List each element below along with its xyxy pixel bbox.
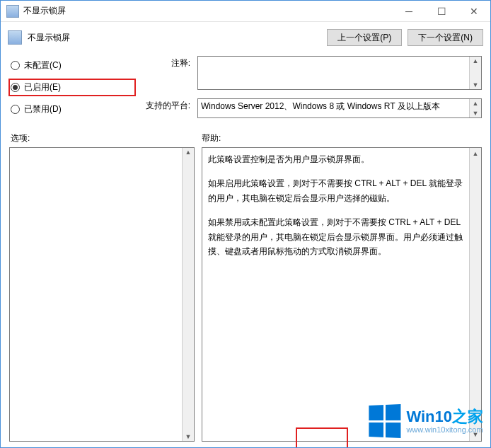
scroll-down-icon: ▼ xyxy=(473,81,479,89)
gpo-editor-window: 不显示锁屏 ─ ☐ ✕ 不显示锁屏 上一个设置(P) 下一个设置(N) 未配置(… xyxy=(0,0,491,448)
panels: ▲▼ 此策略设置控制是否为用户显示锁屏界面。 如果启用此策略设置，则对于不需要按… xyxy=(1,147,490,447)
maximize-button[interactable]: ☐ xyxy=(425,1,458,22)
close-button[interactable]: ✕ xyxy=(458,1,490,22)
next-setting-button[interactable]: 下一个设置(N) xyxy=(408,29,483,46)
policy-name: 不显示锁屏 xyxy=(28,32,321,44)
policy-icon xyxy=(8,30,22,45)
radio-icon xyxy=(11,83,20,92)
window-icon xyxy=(6,5,19,18)
scroll-down-icon: ▼ xyxy=(473,109,479,117)
radio-label: 未配置(C) xyxy=(24,59,62,71)
radio-icon xyxy=(11,61,20,70)
scrollbar[interactable]: ▲▼ xyxy=(469,57,481,89)
toolbar: 不显示锁屏 上一个设置(P) 下一个设置(N) xyxy=(1,22,490,53)
platform-label: 支持的平台: xyxy=(142,98,190,112)
window-title: 不显示锁屏 xyxy=(23,5,66,17)
config-area: 未配置(C) 已启用(E) 已禁用(D) 注释: ▲▼ 支持的平台: xyxy=(1,53,490,127)
comment-row: 注释: ▲▼ xyxy=(142,56,482,90)
radio-enabled[interactable]: 已启用(E) xyxy=(9,79,135,96)
scroll-up-icon: ▲ xyxy=(473,148,479,160)
scroll-up-icon: ▲ xyxy=(473,99,479,108)
scrollbar[interactable]: ▲▼ xyxy=(469,148,481,441)
help-paragraph: 如果启用此策略设置，则对于不需要按 CTRL + ALT + DEL 就能登录的… xyxy=(208,176,467,205)
section-labels: 选项: 帮助: xyxy=(1,127,490,147)
help-paragraph: 如果禁用或未配置此策略设置，则对于不需要按 CTRL + ALT + DEL 就… xyxy=(208,215,467,258)
radio-label: 已禁用(D) xyxy=(24,103,62,115)
scrollbar[interactable]: ▲▼ xyxy=(182,148,194,441)
radio-disabled[interactable]: 已禁用(D) xyxy=(9,101,135,117)
scroll-up-icon: ▲ xyxy=(185,148,192,156)
help-panel: 此策略设置控制是否为用户显示锁屏界面。 如果启用此策略设置，则对于不需要按 CT… xyxy=(202,147,482,442)
comment-textarea[interactable]: ▲▼ xyxy=(197,56,482,90)
platform-value: Windows Server 2012、Windows 8 或 Windows … xyxy=(201,101,440,111)
options-label: 选项: xyxy=(11,132,202,144)
previous-setting-button[interactable]: 上一个设置(P) xyxy=(327,29,402,46)
scrollbar[interactable]: ▲▼ xyxy=(469,99,481,117)
radio-icon xyxy=(11,105,20,114)
platform-textarea: Windows Server 2012、Windows 8 或 Windows … xyxy=(197,98,482,118)
help-label: 帮助: xyxy=(202,132,480,144)
platform-row: 支持的平台: Windows Server 2012、Windows 8 或 W… xyxy=(142,98,482,118)
scroll-down-icon: ▼ xyxy=(473,429,479,441)
help-paragraph: 此策略设置控制是否为用户显示锁屏界面。 xyxy=(208,152,467,166)
scroll-down-icon: ▼ xyxy=(185,432,192,441)
options-panel: ▲▼ xyxy=(9,147,195,442)
radio-not-configured[interactable]: 未配置(C) xyxy=(9,57,135,74)
state-radio-group: 未配置(C) 已启用(E) 已禁用(D) xyxy=(9,53,135,117)
scroll-up-icon: ▲ xyxy=(473,57,479,65)
titlebar: 不显示锁屏 ─ ☐ ✕ xyxy=(1,1,490,22)
radio-label: 已启用(E) xyxy=(24,81,61,93)
minimize-button[interactable]: ─ xyxy=(393,1,425,22)
ok-button-highlight xyxy=(296,427,348,447)
comment-label: 注释: xyxy=(142,56,190,69)
